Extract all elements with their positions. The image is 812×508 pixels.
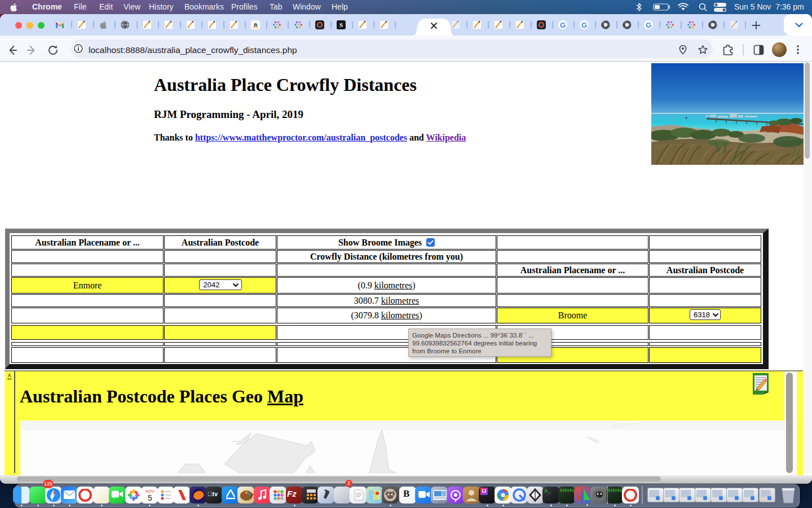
svg-text:S: S	[339, 21, 343, 28]
svg-text:a: a	[254, 21, 258, 28]
svg-text:G: G	[581, 21, 587, 29]
svg-text:NOV: NOV	[145, 489, 155, 493]
svg-text:5: 5	[148, 493, 152, 502]
svg-text:G: G	[646, 21, 651, 29]
svg-text:G: G	[560, 21, 566, 29]
